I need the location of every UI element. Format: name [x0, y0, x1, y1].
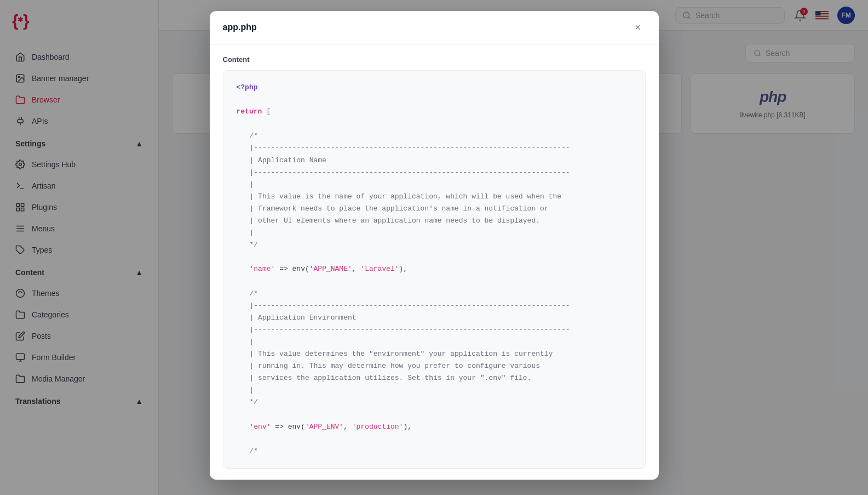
comment-desc-3: | other UI elements where an application…	[250, 215, 632, 227]
modal-close-button[interactable]: ×	[630, 20, 646, 35]
comment-open-1: /*	[250, 130, 632, 142]
comment-sep-2: |---------------------------------------…	[250, 167, 632, 179]
comment-open-2: /*	[250, 288, 632, 300]
comment-heading-2: | Application Environment	[250, 312, 632, 324]
comment-pipe-1: |	[250, 179, 632, 191]
main-content: Search 0 FM	[159, 0, 868, 495]
comment-sep-1: |---------------------------------------…	[250, 142, 632, 154]
comment-desc-4: | This value determines the "environment…	[250, 348, 632, 360]
comment-close-1: */	[250, 239, 632, 251]
comment-sep-4: |---------------------------------------…	[250, 324, 632, 336]
modal-content-label: Content	[223, 55, 646, 64]
code-block: <?php return [ /* |---------------------…	[223, 70, 646, 469]
comment-close-2: */	[250, 396, 632, 408]
php-open-tag: <?php	[237, 82, 632, 94]
comment-sep-3: |---------------------------------------…	[250, 300, 632, 312]
comment-desc-2: | framework needs to place the applicati…	[250, 203, 632, 215]
comment-desc-6: | services the application utilizes. Set…	[250, 372, 632, 384]
modal-header: app.php ×	[210, 11, 659, 44]
name-line: 'name' => env('APP_NAME', 'Laravel'),	[250, 263, 632, 275]
env-line: 'env' => env('APP_ENV', 'production'),	[250, 421, 632, 433]
comment-desc-1: | This value is the name of your applica…	[250, 191, 632, 203]
comment-pipe-2: |	[250, 227, 632, 239]
file-viewer-modal: app.php × Content <?php return [ /* |---…	[210, 11, 659, 480]
return-line: return [	[237, 106, 632, 118]
comment-desc-5: | running in. This may determine how you…	[250, 360, 632, 372]
modal-overlay[interactable]: app.php × Content <?php return [ /* |---…	[159, 0, 868, 495]
modal-body: Content <?php return [ /* |-------------…	[210, 44, 659, 480]
comment-heading-1: | Application Name	[250, 155, 632, 167]
modal-title: app.php	[223, 22, 257, 32]
comment-pipe-3: |	[250, 336, 632, 348]
comment-pipe-4: |	[250, 384, 632, 396]
comment-open-3: /*	[250, 445, 632, 457]
